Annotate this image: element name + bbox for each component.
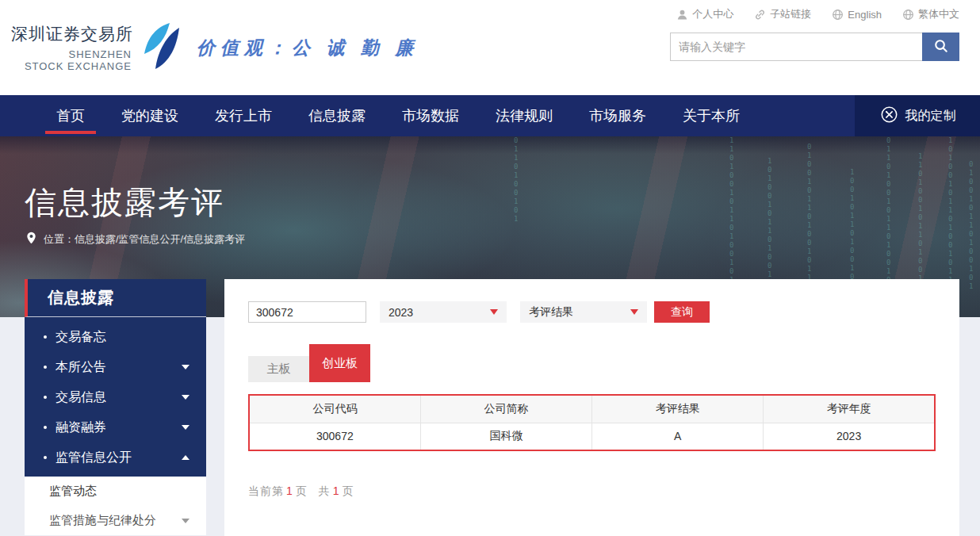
sidebar-subitem-regulatory-measures[interactable]: 监管措施与纪律处分 bbox=[25, 506, 206, 535]
sidebar-subitem-regulatory-news[interactable]: 监管动态 bbox=[25, 477, 206, 506]
cell-company-name: 国科微 bbox=[420, 423, 591, 450]
brand-name-cn: 深圳证券交易所 bbox=[11, 23, 132, 45]
nav-item-market-data[interactable]: 市场数据 bbox=[384, 95, 477, 136]
link-icon bbox=[754, 9, 766, 21]
nav-item-listing[interactable]: 发行上市 bbox=[197, 95, 290, 136]
breadcrumb-text: 位置：信息披露/监管信息公开/信息披露考评 bbox=[44, 232, 245, 247]
breadcrumb: 位置：信息披露/监管信息公开/信息披露考评 bbox=[26, 232, 245, 247]
bullet-icon bbox=[44, 456, 47, 459]
cell-rating-year: 2023 bbox=[764, 423, 935, 450]
nav-item-party-building[interactable]: 党的建设 bbox=[103, 95, 197, 136]
binary-texture: 0110100101 bbox=[514, 136, 521, 224]
col-rating-year: 考评年度 bbox=[764, 395, 935, 423]
pagination: 当前第1页共1页 bbox=[248, 484, 936, 499]
col-company-name: 公司简称 bbox=[420, 395, 591, 423]
nav-item-about[interactable]: 关于本所 bbox=[664, 95, 758, 136]
nav-item-services[interactable]: 市场服务 bbox=[571, 95, 664, 136]
site-search bbox=[670, 33, 959, 61]
chevron-down-icon bbox=[182, 519, 189, 523]
link-traditional-chinese[interactable]: 繁体中文 bbox=[902, 7, 959, 21]
sidebar-item-regulatory-disclosure[interactable]: 监管信息公开 bbox=[25, 442, 206, 473]
chevron-up-icon bbox=[182, 455, 189, 460]
logo: 深圳证券交易所 SHENZHEN STOCK EXCHANGE 价值观：公 诚 … bbox=[11, 21, 419, 75]
board-tabs: 主板 创业板 bbox=[248, 344, 936, 382]
binary-texture: 010010110100101 bbox=[969, 160, 976, 291]
link-english[interactable]: English bbox=[832, 7, 882, 21]
chevron-down-icon bbox=[490, 309, 498, 315]
page-content: 信息披露 交易备忘 本所公告 交易信息 融资融券 bbox=[0, 279, 980, 536]
my-customization-button[interactable]: 我的定制 bbox=[855, 95, 980, 136]
link-personal-center[interactable]: 个人中心 bbox=[676, 7, 733, 21]
chevron-down-icon bbox=[182, 395, 189, 400]
chevron-down-icon bbox=[630, 309, 638, 315]
sidebar-item-exchange-notices[interactable]: 本所公告 bbox=[25, 352, 206, 382]
cell-company-code: 300672 bbox=[249, 423, 420, 450]
cell-rating-result: A bbox=[592, 423, 764, 450]
main-nav: 首页 党的建设 发行上市 信息披露 市场数据 法律规则 市场服务 关于本所 我的… bbox=[0, 95, 980, 136]
top-utility-links: 个人中心 子站链接 English 繁体中文 bbox=[676, 7, 959, 21]
nav-item-rules[interactable]: 法律规则 bbox=[477, 95, 571, 136]
col-rating-result: 考评结果 bbox=[592, 395, 764, 423]
brand-name-en: SHENZHEN STOCK EXCHANGE bbox=[11, 48, 132, 72]
chevron-down-icon bbox=[182, 425, 189, 430]
bullet-icon bbox=[44, 366, 47, 369]
table-header-row: 公司代码 公司简称 考评结果 考评年度 bbox=[249, 395, 935, 423]
result-select[interactable]: 考评结果 bbox=[520, 301, 647, 323]
results-table: 公司代码 公司简称 考评结果 考评年度 300672 国科微 A 2023 bbox=[248, 394, 936, 451]
year-select[interactable]: 2023 bbox=[380, 301, 507, 323]
sidebar-item-trading-memo[interactable]: 交易备忘 bbox=[25, 322, 206, 352]
page-title: 信息披露考评 bbox=[25, 181, 224, 224]
sidebar-title: 信息披露 bbox=[25, 279, 206, 317]
nav-item-home[interactable]: 首页 bbox=[38, 95, 103, 136]
query-form: 2023 考评结果 查询 bbox=[248, 301, 936, 323]
tab-chinext[interactable]: 创业板 bbox=[309, 344, 370, 382]
bullet-icon bbox=[44, 335, 47, 339]
site-header: 深圳证券交易所 SHENZHEN STOCK EXCHANGE 价值观：公 诚 … bbox=[0, 0, 980, 95]
chevron-down-icon bbox=[182, 365, 189, 369]
search-input[interactable] bbox=[670, 33, 922, 61]
query-button[interactable]: 查询 bbox=[654, 301, 710, 323]
sidebar-item-trading-info[interactable]: 交易信息 bbox=[25, 382, 206, 412]
globe-icon bbox=[902, 9, 914, 21]
link-subsites[interactable]: 子站链接 bbox=[754, 7, 811, 21]
binary-texture: 10100101101001 bbox=[768, 157, 775, 279]
szse-logo-icon bbox=[136, 21, 182, 75]
table-row: 300672 国科微 A 2023 bbox=[249, 423, 935, 450]
bullet-icon bbox=[44, 426, 47, 429]
total-page-number: 1 bbox=[333, 484, 340, 497]
search-icon bbox=[933, 38, 948, 56]
tab-main-board[interactable]: 主板 bbox=[248, 356, 309, 382]
col-company-code: 公司代码 bbox=[249, 395, 420, 423]
sidebar-item-margin-trading[interactable]: 融资融券 bbox=[25, 412, 206, 442]
globe-icon bbox=[832, 9, 844, 21]
bullet-icon bbox=[44, 396, 47, 399]
company-code-input[interactable] bbox=[248, 301, 366, 323]
main-panel: 2023 考评结果 查询 主板 创业板 公司代码 公司简称 考评结果 考评年度 bbox=[224, 279, 959, 536]
tools-icon bbox=[879, 105, 899, 128]
location-pin-icon bbox=[26, 232, 36, 247]
user-icon bbox=[676, 9, 688, 21]
nav-item-disclosure[interactable]: 信息披露 bbox=[290, 95, 384, 136]
brand-slogan: 价值观：公 诚 勤 廉 bbox=[197, 36, 419, 60]
sidebar: 信息披露 交易备忘 本所公告 交易信息 融资融券 bbox=[25, 279, 206, 536]
search-button[interactable] bbox=[922, 33, 959, 61]
current-page-number: 1 bbox=[286, 484, 293, 497]
